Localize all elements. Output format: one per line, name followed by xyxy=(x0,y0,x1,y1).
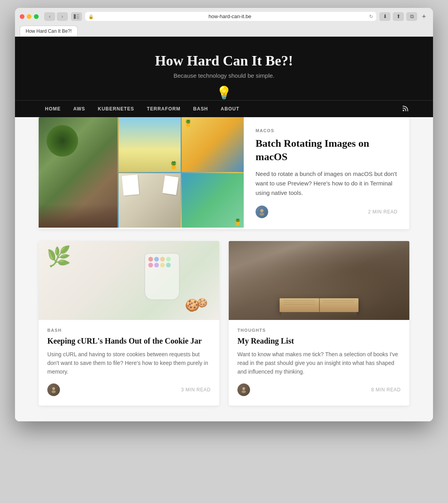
svg-point-9 xyxy=(243,387,245,390)
site-tagline: Because technology should be simple. xyxy=(23,72,425,79)
featured-read-time: 2 MIN READ xyxy=(368,209,398,215)
duplicate-button[interactable]: ⧉ xyxy=(406,12,417,21)
svg-rect-1 xyxy=(77,14,79,15)
post-card-title-1: My Reading List xyxy=(237,336,401,346)
download-button[interactable]: ⬇ xyxy=(379,12,390,21)
close-button[interactable] xyxy=(20,14,24,19)
nav-link-about[interactable]: ABOUT xyxy=(215,101,246,117)
svg-rect-2 xyxy=(77,16,79,17)
post-author-avatar-0 xyxy=(47,383,60,396)
nav-links: HOME AWS KUBERNETES TERRAFORM BASH ABOUT xyxy=(39,101,246,117)
new-tab-button[interactable]: + xyxy=(420,12,428,21)
page-content: How Hard Can It Be?! Because technology … xyxy=(15,37,433,421)
post-card-excerpt-0: Using cURL and having to store cookies b… xyxy=(47,350,211,376)
browser-chrome: ‹ › 🔒 ↻ ⬇ ⬆ ⧉ xyxy=(15,8,433,37)
post-card-meta-0: 3 MIN READ xyxy=(47,383,211,396)
tab-bar: How Hard Can It Be?! xyxy=(20,24,428,36)
nav-link-home[interactable]: HOME xyxy=(39,101,67,117)
fullscreen-button[interactable] xyxy=(34,14,39,19)
svg-point-4 xyxy=(403,110,404,111)
svg-point-8 xyxy=(52,390,56,393)
svg-point-10 xyxy=(242,390,246,393)
reload-icon[interactable]: ↻ xyxy=(369,14,373,19)
featured-post-excerpt: Need to rotate a bunch of images on macO… xyxy=(256,169,398,198)
post-card-1[interactable]: THOUGHTS My Reading List Want to know wh… xyxy=(229,241,409,406)
back-button[interactable]: ‹ xyxy=(44,12,55,21)
featured-post-content: MACOS Batch Rotating Images on macOS Nee… xyxy=(244,117,409,229)
nav-link-bash[interactable]: BASH xyxy=(187,101,215,117)
site-title: How Hard Can It Be?! xyxy=(23,52,425,69)
post-card-0[interactable]: 🌿 xyxy=(39,241,219,406)
address-input[interactable] xyxy=(85,12,376,21)
post-card-image-1 xyxy=(229,241,409,320)
post-read-time-1: 8 MIN READ xyxy=(371,387,401,393)
svg-point-5 xyxy=(260,209,263,212)
main-content: 🍍 🍍 🍍 xyxy=(15,117,433,421)
post-card-image-0: 🌿 xyxy=(39,241,219,320)
featured-post-image: 🍍 🍍 🍍 xyxy=(39,117,244,228)
svg-point-7 xyxy=(52,387,55,390)
post-card-category-1: THOUGHTS xyxy=(237,328,401,333)
site-header: How Hard Can It Be?! Because technology … xyxy=(15,37,433,100)
nav-link-aws[interactable]: AWS xyxy=(67,101,91,117)
post-card-title-0: Keeping cURL's Hands Out of the Cookie J… xyxy=(47,336,211,346)
active-tab[interactable]: How Hard Can It Be?! xyxy=(20,26,78,36)
share-button[interactable]: ⬆ xyxy=(393,12,404,21)
nav-link-terraform[interactable]: TERRAFORM xyxy=(140,101,187,117)
post-card-excerpt-1: Want to know what makes me tick? Then a … xyxy=(237,350,401,376)
sidebar-toggle-button[interactable] xyxy=(71,12,82,21)
forward-button[interactable]: › xyxy=(57,12,68,21)
address-bar-wrapper: 🔒 ↻ xyxy=(85,12,376,21)
post-read-time-0: 3 MIN READ xyxy=(181,387,211,393)
traffic-lights xyxy=(20,14,39,19)
featured-post[interactable]: 🍍 🍍 🍍 xyxy=(39,117,409,229)
browser-actions: ⬇ ⬆ ⧉ + xyxy=(379,12,428,21)
lock-icon: 🔒 xyxy=(88,14,94,19)
post-card-category-0: BASH xyxy=(47,328,211,333)
svg-point-6 xyxy=(259,213,264,216)
post-card-content-1: THOUGHTS My Reading List Want to know wh… xyxy=(229,320,409,406)
browser-window: ‹ › 🔒 ↻ ⬇ ⬆ ⧉ xyxy=(15,8,433,421)
nav-link-kubernetes[interactable]: KUBERNETES xyxy=(91,101,140,117)
post-card-meta-1: 8 MIN READ xyxy=(237,383,401,396)
post-card-content-0: BASH Keeping cURL's Hands Out of the Coo… xyxy=(39,320,219,406)
svg-rect-0 xyxy=(74,14,76,19)
svg-rect-3 xyxy=(77,18,79,19)
bulb-icon: 💡 xyxy=(23,85,425,100)
minimize-button[interactable] xyxy=(27,14,32,19)
featured-author-avatar xyxy=(256,206,268,218)
featured-post-title: Batch Rotating Images on macOS xyxy=(256,137,398,164)
post-grid: 🌿 xyxy=(39,241,409,406)
rss-icon[interactable] xyxy=(402,105,409,114)
featured-post-meta: 2 MIN READ xyxy=(256,206,398,218)
site-nav: HOME AWS KUBERNETES TERRAFORM BASH ABOUT xyxy=(15,100,433,117)
post-author-avatar-1 xyxy=(237,383,250,396)
featured-post-category: MACOS xyxy=(256,128,398,133)
